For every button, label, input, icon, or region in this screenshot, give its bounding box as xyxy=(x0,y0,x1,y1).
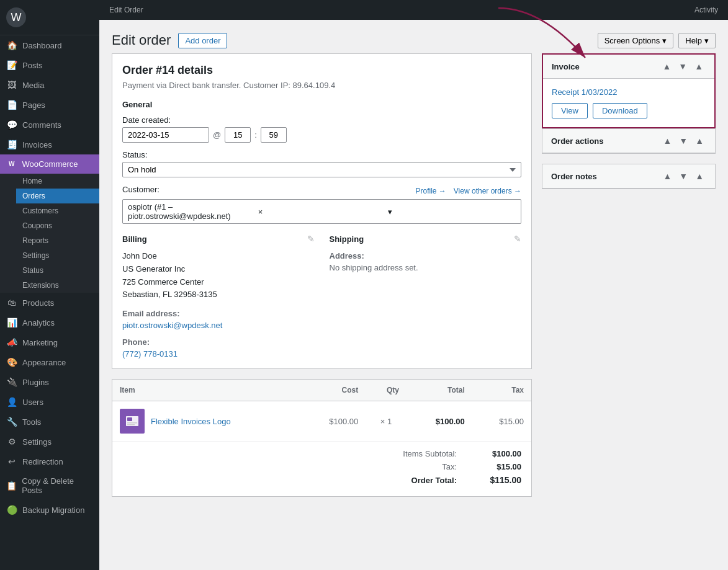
sidebar-item-appearance[interactable]: 🎨 Appearance xyxy=(0,352,99,372)
admin-topbar: Edit Order Activity xyxy=(99,0,728,20)
invoice-panel-down-btn[interactable]: ▼ xyxy=(676,61,690,72)
order-actions-panel: Order actions ▲ ▼ ▲ xyxy=(542,128,716,154)
order-actions-title: Order actions xyxy=(551,136,604,146)
col-qty: Qty xyxy=(366,380,407,401)
receipt-link[interactable]: Receipt 1/03/2022 xyxy=(552,87,706,97)
billing-header: Billing ✎ xyxy=(122,234,315,244)
date-input[interactable] xyxy=(122,127,209,143)
order-actions-up-btn[interactable]: ▲ xyxy=(660,135,674,146)
items-panel: Item Cost Qty Total Tax xyxy=(112,379,532,497)
customer-profile-link[interactable]: Profile → xyxy=(415,187,446,195)
date-label: Date created: xyxy=(122,115,521,125)
sidebar-item-reports[interactable]: Reports xyxy=(16,233,99,248)
order-notes-collapse-btn[interactable]: ▲ xyxy=(693,171,706,182)
general-section-label: General xyxy=(122,100,521,109)
content-columns: Order #14 details Payment via Direct ban… xyxy=(112,53,716,507)
sidebar-item-redirection[interactable]: ↩ Redirection xyxy=(0,452,99,471)
status-field: Status: On hold xyxy=(122,150,521,177)
sidebar-item-label: Invoices xyxy=(22,140,52,149)
screen-options-button[interactable]: Screen Options ▾ xyxy=(598,33,674,48)
order-title: Order #14 details xyxy=(122,64,521,77)
time-min-input[interactable] xyxy=(261,127,287,143)
add-order-button[interactable]: Add order xyxy=(178,33,227,48)
sidebar-item-label: Redirection xyxy=(22,457,63,466)
sidebar-item-backup-migration[interactable]: 🟢 Backup Migration xyxy=(0,500,99,520)
view-invoice-button[interactable]: View xyxy=(552,103,588,118)
sidebar-item-analytics[interactable]: 📊 Analytics xyxy=(0,313,99,332)
sidebar-item-status[interactable]: Status xyxy=(16,263,99,278)
woocommerce-menu-header[interactable]: W WooCommerce xyxy=(0,154,99,174)
topbar-breadcrumb: Edit Order xyxy=(109,6,143,14)
sidebar-item-tools[interactable]: 🔧 Tools xyxy=(0,412,99,432)
order-notes-down-btn[interactable]: ▼ xyxy=(676,171,690,182)
download-invoice-button[interactable]: Download xyxy=(593,103,647,118)
shipping-address-label: Address: xyxy=(330,251,522,261)
billing-phone-link[interactable]: (772) 778-0131 xyxy=(122,349,178,358)
tax-label: Tax: xyxy=(382,462,457,471)
settings-label: Settings xyxy=(22,251,49,260)
billing-address1: 725 Commerce Center xyxy=(122,276,315,289)
customer-field-row: Customer: Profile → View other orders → xyxy=(122,185,521,197)
sidebar-item-posts[interactable]: 📝 Posts xyxy=(0,55,99,75)
customer-field: Customer: Profile → View other orders → … xyxy=(122,185,521,224)
topbar-right: Activity xyxy=(694,6,718,14)
sidebar-item-label: Analytics xyxy=(22,318,55,327)
sidebar-item-home[interactable]: Home xyxy=(16,174,99,189)
wp-logo-icon: W xyxy=(6,7,26,27)
billing-edit-icon[interactable]: ✎ xyxy=(307,234,315,244)
sidebar-item-extensions[interactable]: Extensions xyxy=(16,278,99,293)
sidebar-item-comments[interactable]: 💬 Comments xyxy=(0,115,99,135)
sidebar-item-label: Copy & Delete Posts xyxy=(22,476,93,495)
invoice-panel: Invoice ▲ ▼ ▲ Receipt 1/03/2022 View Dow… xyxy=(542,53,716,128)
customer-clear-icon[interactable]: × xyxy=(256,207,389,216)
sidebar-item-marketing[interactable]: 📣 Marketing xyxy=(0,332,99,352)
sidebar-item-pages[interactable]: 📄 Pages xyxy=(0,95,99,115)
invoice-panel-title: Invoice xyxy=(552,62,580,71)
customer-dropdown-icon[interactable]: ▾ xyxy=(388,207,516,216)
sidebar-item-products[interactable]: 🛍 Products xyxy=(0,293,99,313)
subtotal-row: Items Subtotal: $100.00 xyxy=(122,449,521,458)
pages-icon: 📄 xyxy=(6,100,17,110)
help-button[interactable]: Help ▾ xyxy=(678,33,716,48)
billing-email-label: Email address: xyxy=(122,309,315,318)
home-label: Home xyxy=(22,177,42,185)
redirection-icon: ↩ xyxy=(6,456,17,466)
status-select[interactable]: On hold xyxy=(122,162,521,177)
topbar-left: Edit Order xyxy=(109,6,143,14)
col-tax: Tax xyxy=(472,380,531,401)
sidebar-item-coupons[interactable]: Coupons xyxy=(16,218,99,233)
customer-orders-link[interactable]: View other orders → xyxy=(454,187,521,195)
billing-email-link[interactable]: piotr.ostrowski@wpdesk.net xyxy=(122,321,222,330)
sidebar-item-users[interactable]: 👤 Users xyxy=(0,392,99,412)
order-details-panel: Order #14 details Payment via Direct ban… xyxy=(112,53,532,369)
billing-address2: Sebastian, FL 32958-3135 xyxy=(122,288,315,301)
item-name-link[interactable]: Flexible Invoices Logo xyxy=(151,417,231,426)
sidebar-item-orders[interactable]: Orders xyxy=(16,189,99,203)
shipping-edit-icon[interactable]: ✎ xyxy=(514,234,521,244)
sidebar-item-dashboard[interactable]: 🏠 Dashboard xyxy=(0,35,99,55)
shipping-label: Shipping xyxy=(330,234,364,244)
dashboard-icon: 🏠 xyxy=(6,40,17,50)
order-actions-collapse-btn[interactable]: ▲ xyxy=(693,135,706,146)
sidebar-item-settings2[interactable]: ⚙ Settings xyxy=(0,432,99,452)
time-hour-input[interactable] xyxy=(225,127,251,143)
invoice-panel-up-btn[interactable]: ▲ xyxy=(660,61,673,72)
customer-label: Customer: xyxy=(122,185,160,194)
items-table-header: Item Cost Qty Total Tax xyxy=(112,380,531,401)
invoice-panel-collapse-btn[interactable]: ▲ xyxy=(692,61,706,72)
customer-input-wrapper[interactable]: ospiotr (#1 – piotr.ostrowski@wpdesk.net… xyxy=(122,199,521,224)
sidebar-item-media[interactable]: 🖼 Media xyxy=(0,75,99,95)
analytics-icon: 📊 xyxy=(6,318,17,327)
activity-label: Activity xyxy=(694,6,718,14)
item-total: $100.00 xyxy=(407,401,472,442)
sidebar-item-customers[interactable]: Customers xyxy=(16,203,99,218)
sidebar-item-copy-delete[interactable]: 📋 Copy & Delete Posts xyxy=(0,471,99,500)
page-title: Edit order xyxy=(112,32,171,48)
sidebar-item-invoices[interactable]: 🧾 Invoices xyxy=(0,135,99,154)
tax-value: $15.00 xyxy=(472,462,521,471)
order-notes-up-btn[interactable]: ▲ xyxy=(660,171,674,182)
order-actions-down-btn[interactable]: ▼ xyxy=(676,135,690,146)
content-area: Edit order Add order Screen Options ▾ He… xyxy=(99,20,728,570)
sidebar-item-settings[interactable]: Settings xyxy=(16,248,99,263)
sidebar-item-plugins[interactable]: 🔌 Plugins xyxy=(0,372,99,392)
